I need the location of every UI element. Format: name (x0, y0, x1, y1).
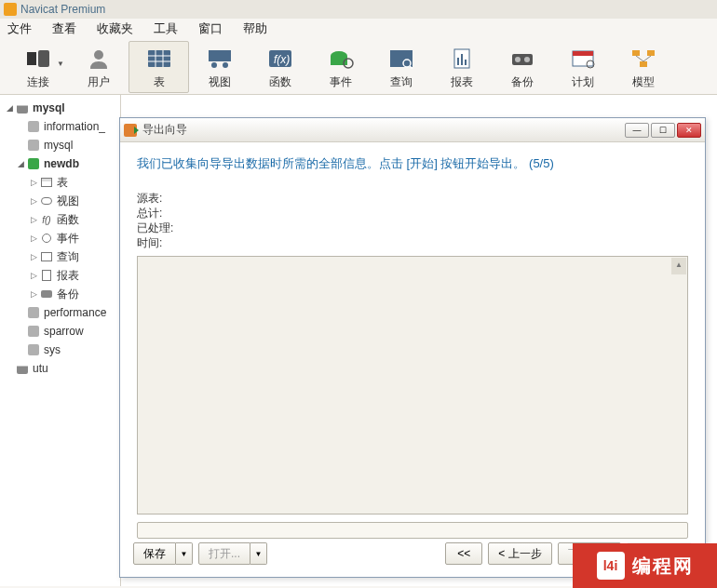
svg-rect-27 (573, 51, 593, 56)
tree-db-label: sys (44, 343, 61, 356)
tree-db-mysql[interactable]: mysql (2, 136, 118, 154)
open-dropdown-button[interactable]: ▼ (250, 542, 267, 565)
menu-view[interactable]: 查看 (52, 20, 76, 37)
expand-icon[interactable]: ▷ (28, 271, 39, 280)
tree-node-report[interactable]: ▷ 报表 (2, 266, 118, 285)
expand-icon[interactable]: ▷ (28, 178, 39, 187)
tree-db-label: information_ (44, 120, 105, 133)
status-panel: 源表: 总计: 已处理: 时间: (137, 191, 688, 250)
save-button[interactable]: 保存 (133, 542, 176, 565)
expand-icon[interactable]: ▷ (28, 196, 39, 206)
toolbar-backup[interactable]: 备份 (492, 41, 552, 93)
backup-icon (508, 47, 536, 71)
tree-node-function[interactable]: ▷ f() 函数 (2, 210, 118, 229)
app-title-bar: Navicat Premium (0, 0, 717, 19)
svg-point-25 (524, 57, 530, 62)
tree-db-newdb[interactable]: ◢ newdb (2, 154, 118, 173)
menu-file[interactable]: 文件 (7, 20, 32, 37)
table-icon (145, 47, 173, 71)
watermark-icon: l4i (597, 552, 625, 580)
dialog-instruction: 我们已收集向导导出数据时所需的全部信息。点击 [开始] 按钮开始导出。 (5/5… (137, 155, 688, 172)
save-dropdown-button[interactable]: ▼ (176, 542, 193, 565)
main-toolbar: 连接 ▼ 用户 表 视图 f(x) 函数 事件 查询 报表 备份 计划 模型 (0, 39, 717, 95)
toolbar-schedule[interactable]: 计划 (552, 41, 613, 93)
tree-node-label: 事件 (57, 231, 79, 247)
dialog-title-bar[interactable]: 导出向导 — ☐ ✕ (120, 118, 705, 142)
toolbar-event[interactable]: 事件 (310, 41, 371, 93)
open-button[interactable]: 打开... (198, 542, 250, 565)
svg-rect-30 (647, 50, 655, 56)
schedule-icon (569, 47, 597, 71)
status-total: 总计: (137, 206, 688, 220)
database-icon (28, 121, 39, 132)
collapse-icon[interactable]: ◢ (4, 103, 15, 113)
svg-point-24 (515, 57, 521, 62)
open-button-label: 打开... (209, 546, 240, 562)
maximize-button[interactable]: ☐ (651, 123, 675, 138)
log-textarea[interactable] (137, 256, 688, 514)
toolbar-report[interactable]: 报表 (431, 41, 492, 93)
database-icon (28, 344, 39, 355)
tree-node-query[interactable]: ▷ 查询 (2, 247, 118, 266)
toolbar-event-label: 事件 (330, 74, 352, 90)
svg-rect-1 (38, 50, 49, 67)
toolbar-model[interactable]: 模型 (613, 41, 673, 93)
scrollbar[interactable] (671, 258, 686, 274)
toolbar-connection-label: 连接 (27, 74, 49, 90)
collapse-icon[interactable]: ◢ (15, 159, 26, 168)
svg-line-32 (636, 56, 643, 61)
tree-node-label: 视图 (57, 194, 79, 209)
status-time: 时间: (137, 235, 688, 250)
prev-button[interactable]: < 上一步 (488, 542, 551, 565)
dialog-body: 我们已收集向导导出数据时所需的全部信息。点击 [开始] 按钮开始导出。 (5/5… (120, 142, 705, 542)
menu-tools[interactable]: 工具 (154, 20, 178, 37)
tree-db-sys[interactable]: sys (2, 341, 118, 359)
menu-window[interactable]: 窗口 (198, 20, 223, 37)
toolbar-function-label: 函数 (269, 74, 291, 90)
toolbar-table[interactable]: 表 (129, 41, 189, 93)
svg-text:f(x): f(x) (274, 53, 290, 66)
tree-node-label: 表 (57, 175, 68, 191)
toolbar-user[interactable]: 用户 (68, 41, 129, 93)
report-icon (448, 47, 476, 71)
first-button[interactable]: << (445, 542, 482, 565)
function-icon: f() (42, 215, 50, 225)
status-source: 源表: (137, 191, 688, 206)
save-button-split: 保存 ▼ (133, 542, 193, 565)
menu-favorites[interactable]: 收藏夹 (97, 20, 133, 37)
close-button[interactable]: ✕ (677, 123, 701, 138)
view-icon (41, 197, 52, 205)
expand-icon[interactable]: ▷ (28, 215, 39, 224)
toolbar-function[interactable]: f(x) 函数 (250, 41, 310, 93)
tree-node-backup[interactable]: ▷ 备份 (2, 285, 118, 303)
app-icon (4, 3, 17, 16)
svg-rect-16 (390, 50, 413, 67)
tree-node-label: 报表 (57, 268, 79, 284)
menu-help[interactable]: 帮助 (243, 20, 267, 37)
tree-db-sparrow[interactable]: sparrow (2, 322, 118, 341)
toolbar-connection[interactable]: 连接 ▼ (7, 41, 68, 93)
expand-icon[interactable]: ▷ (28, 289, 39, 299)
tree-node-event[interactable]: ▷ 事件 (2, 229, 118, 247)
dialog-title: 导出向导 (142, 122, 625, 138)
svg-rect-8 (209, 50, 231, 61)
tree-server-utu[interactable]: utu (2, 359, 118, 378)
tree-node-view[interactable]: ▷ 视图 (2, 192, 118, 210)
function-icon: f(x) (266, 47, 294, 71)
tree-db-information[interactable]: information_ (2, 117, 118, 136)
database-icon (28, 307, 39, 318)
save-button-label: 保存 (143, 546, 166, 562)
tree-db-performance[interactable]: performance (2, 303, 118, 322)
toolbar-view[interactable]: 视图 (189, 41, 250, 93)
expand-icon[interactable]: ▷ (28, 252, 39, 261)
tree-db-label: mysql (44, 139, 73, 152)
event-icon (42, 234, 51, 243)
minimize-button[interactable]: — (625, 123, 649, 138)
toolbar-query[interactable]: 查询 (371, 41, 431, 93)
progress-bar (137, 522, 688, 539)
expand-icon[interactable]: ▷ (28, 234, 39, 243)
svg-point-10 (223, 62, 228, 68)
tree-node-table[interactable]: ▷ 表 (2, 173, 118, 192)
tree-server-mysql[interactable]: ◢ mysql (2, 99, 118, 117)
toolbar-user-label: 用户 (88, 74, 110, 90)
